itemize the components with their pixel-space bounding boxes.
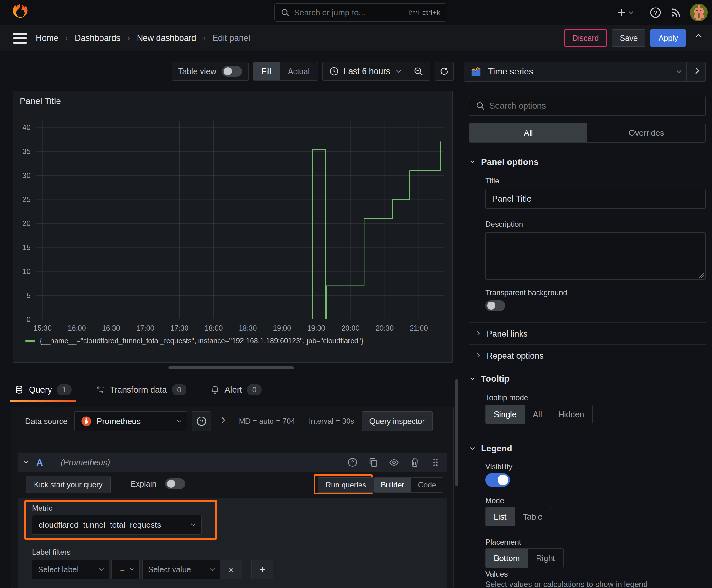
grafana-edit-panel-page: ctrl+k ? xyxy=(0,0,712,588)
delete-query-trash-icon[interactable] xyxy=(409,457,420,468)
zoom-out-time-button[interactable] xyxy=(407,62,430,80)
table-view-toggle[interactable] xyxy=(222,66,242,77)
visualization-picker[interactable]: Time series xyxy=(464,62,686,81)
options-tab-all[interactable]: All xyxy=(469,123,587,142)
explain-toggle[interactable] xyxy=(165,478,185,489)
datasource-help-button[interactable]: ? xyxy=(192,412,211,431)
tab-transform-data[interactable]: Transform data 0 xyxy=(93,378,188,401)
breadcrumb-home[interactable]: Home xyxy=(36,33,58,43)
tooltip-mode-single[interactable]: Single xyxy=(486,405,524,424)
options-tab-overrides[interactable]: Overrides xyxy=(587,123,706,142)
vertical-scrollbar[interactable] xyxy=(455,379,458,486)
query-stats: MD = auto = 704 Interval = 30s xyxy=(239,417,354,426)
global-search-box[interactable]: ctrl+k xyxy=(274,3,447,22)
transparent-background-toggle[interactable] xyxy=(486,300,505,311)
run-queries-button[interactable]: Run queries xyxy=(318,478,374,492)
panel-description-textarea[interactable] xyxy=(486,232,706,279)
options-search-input[interactable] xyxy=(490,101,699,111)
query-editor-card: Data source Prometheus ? M xyxy=(11,407,454,588)
tooltip-mode-label: Tooltip mode xyxy=(486,393,528,402)
kick-start-query-button[interactable]: Kick start your query xyxy=(26,476,110,493)
query-inspector-button[interactable]: Query inspector xyxy=(362,412,433,431)
series-legend-label[interactable]: {__name__="cloudflared_tunnel_total_requ… xyxy=(40,337,363,345)
chart-legend: {__name__="cloudflared_tunnel_total_requ… xyxy=(25,337,363,345)
legend-placement-label: Placement xyxy=(486,538,521,547)
breadcrumb-new-dashboard[interactable]: New dashboard xyxy=(137,33,196,43)
panel-title-input[interactable] xyxy=(492,194,699,204)
toggle-options-pane-button[interactable] xyxy=(687,62,706,81)
builder-option[interactable]: Builder xyxy=(374,478,411,492)
svg-text:?: ? xyxy=(351,460,354,465)
grafana-logo-icon[interactable] xyxy=(11,3,29,22)
help-button[interactable]: ? xyxy=(649,6,662,19)
legend-section-header[interactable]: Legend xyxy=(471,443,512,454)
remove-filter-button[interactable]: x xyxy=(220,560,242,579)
add-new-button[interactable] xyxy=(616,7,632,18)
breadcrumb-dashboards[interactable]: Dashboards xyxy=(75,33,121,43)
metric-label: Metric xyxy=(32,504,52,512)
tooltip-mode-hidden[interactable]: Hidden xyxy=(550,405,592,424)
legend-visibility-toggle[interactable] xyxy=(486,473,510,487)
transform-icon xyxy=(95,385,105,395)
user-avatar[interactable] xyxy=(690,4,708,21)
chevron-down-icon xyxy=(99,566,104,571)
legend-values-hint: Select values or calculations to show in… xyxy=(486,580,648,588)
time-series-chart[interactable] xyxy=(36,121,444,319)
actual-option[interactable]: Actual xyxy=(280,62,318,80)
query-row-header[interactable]: A (Prometheus) ? xyxy=(18,453,447,472)
breadcrumb-separator: › xyxy=(127,34,130,42)
refresh-button[interactable] xyxy=(435,62,454,81)
operator-dropdown[interactable]: = xyxy=(111,560,140,579)
legend-placement-right[interactable]: Right xyxy=(528,549,563,568)
panel-options-section-header[interactable]: Panel options xyxy=(471,157,539,167)
add-filter-button[interactable]: + xyxy=(252,560,274,579)
legend-visibility-label: Visibility xyxy=(486,462,512,471)
select-label-dropdown[interactable]: Select label xyxy=(32,560,109,579)
panel-links-section-header[interactable]: Panel links xyxy=(476,329,528,339)
datasource-picker[interactable]: Prometheus xyxy=(74,412,188,431)
tab-query[interactable]: Query 1 xyxy=(13,378,73,401)
operator-value: = xyxy=(120,565,125,574)
y-axis-tick-label: 25 xyxy=(22,195,30,204)
expand-row-chevron-icon[interactable] xyxy=(219,417,225,423)
legend-placement-bottom[interactable]: Bottom xyxy=(486,549,528,568)
time-range-picker[interactable]: Last 6 hours xyxy=(323,62,407,80)
series-color-swatch[interactable] xyxy=(25,340,35,342)
tooltip-section-header[interactable]: Tooltip xyxy=(471,374,510,384)
menu-toggle-button[interactable] xyxy=(13,33,27,44)
tab-alert[interactable]: Alert 0 xyxy=(209,378,264,401)
metric-select[interactable]: cloudflared_tunnel_total_requests xyxy=(32,515,201,534)
time-range-label: Last 6 hours xyxy=(343,67,390,76)
chevron-down-icon xyxy=(470,376,475,380)
horizontal-resize-handle[interactable] xyxy=(168,366,294,370)
tab-alert-count: 0 xyxy=(247,384,261,396)
select-value-dropdown[interactable]: Select value xyxy=(142,560,220,579)
code-option[interactable]: Code xyxy=(411,478,443,492)
datasource-name: Prometheus xyxy=(97,417,141,426)
legend-placement-segmented: Bottom Right xyxy=(486,548,563,568)
discard-button[interactable]: Discard xyxy=(564,29,607,47)
news-rss-button[interactable] xyxy=(670,6,682,19)
legend-mode-list[interactable]: List xyxy=(486,507,515,526)
duplicate-query-icon[interactable] xyxy=(368,457,379,468)
options-search-box[interactable] xyxy=(469,96,706,115)
save-button[interactable]: Save xyxy=(612,29,645,47)
query-help-icon[interactable]: ? xyxy=(347,457,358,468)
plus-icon xyxy=(616,7,627,18)
drag-handle-icon[interactable] xyxy=(430,457,441,468)
collapse-query-chevron-icon[interactable] xyxy=(24,459,28,464)
search-input[interactable] xyxy=(294,8,405,18)
fill-option[interactable]: Fill xyxy=(253,62,280,80)
panel-title-field[interactable] xyxy=(486,189,706,209)
repeat-options-section-header[interactable]: Repeat options xyxy=(476,351,544,361)
breadcrumb-edit-panel: Edit panel xyxy=(213,33,250,43)
table-view-label: Table view xyxy=(178,67,216,76)
chevron-down-icon xyxy=(130,566,134,571)
collapse-options-button[interactable] xyxy=(696,37,701,39)
legend-mode-table[interactable]: Table xyxy=(515,507,550,526)
apply-button[interactable]: Apply xyxy=(650,29,686,47)
breadcrumb-separator: › xyxy=(203,34,206,42)
tooltip-mode-all[interactable]: All xyxy=(524,405,550,424)
hide-response-eye-icon[interactable] xyxy=(389,457,399,468)
resize-handle-icon[interactable] xyxy=(698,272,704,278)
